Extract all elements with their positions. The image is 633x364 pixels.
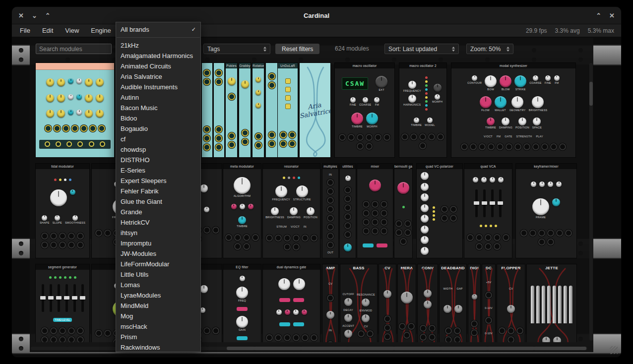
port-icon[interactable] xyxy=(429,334,436,341)
knob-icon[interactable] xyxy=(46,78,54,86)
port-icon[interactable] xyxy=(284,243,291,250)
knob-icon[interactable] xyxy=(514,75,526,87)
port-icon[interactable] xyxy=(41,242,48,248)
menu-edit[interactable]: Edit xyxy=(40,26,55,35)
knob-icon[interactable] xyxy=(96,110,104,118)
module-tile[interactable]: quad VC-polarizer xyxy=(417,164,462,258)
port-icon[interactable] xyxy=(428,133,435,140)
knob-icon[interactable] xyxy=(57,94,65,102)
module-tile[interactable]: Aria Salvatrice xyxy=(300,63,330,157)
port-icon[interactable] xyxy=(507,336,514,342)
fader-icon[interactable] xyxy=(491,189,494,217)
module-tile[interactable]: DEADBANDWIDTHGAP xyxy=(440,264,466,342)
knob-icon[interactable] xyxy=(57,110,65,118)
knob-icon[interactable] xyxy=(511,96,523,108)
brand-menu-item[interactable]: JW-Modules xyxy=(116,248,200,259)
knob-icon[interactable] xyxy=(68,94,73,100)
port-icon[interactable] xyxy=(408,323,415,330)
knob-icon[interactable] xyxy=(554,75,560,81)
knob-icon[interactable] xyxy=(350,97,356,103)
port-icon[interactable] xyxy=(404,220,411,227)
brand-menu-item[interactable]: Lomas xyxy=(116,280,200,290)
port-icon[interactable] xyxy=(215,78,222,85)
fader-icon[interactable] xyxy=(42,284,44,312)
port-icon[interactable] xyxy=(80,125,87,132)
brand-menu-item[interactable]: Amalgamated Harmonics xyxy=(116,51,200,61)
port-icon[interactable] xyxy=(461,143,468,150)
port-icon[interactable] xyxy=(541,143,548,150)
module-tile[interactable] xyxy=(202,63,212,157)
menu-engine[interactable]: Engine xyxy=(89,26,113,35)
port-icon[interactable] xyxy=(68,327,75,334)
menu-file[interactable]: File xyxy=(18,26,32,35)
port-icon[interactable] xyxy=(344,213,351,220)
fader-icon[interactable] xyxy=(81,284,84,312)
module-tile[interactable]: CV xyxy=(379,264,396,342)
port-icon[interactable] xyxy=(419,142,426,149)
port-icon[interactable] xyxy=(485,243,492,250)
port-icon[interactable] xyxy=(550,143,557,150)
knob-icon[interactable] xyxy=(241,80,249,88)
port-icon[interactable] xyxy=(311,334,317,341)
knob-icon[interactable] xyxy=(443,305,451,313)
port-icon[interactable] xyxy=(203,69,210,76)
brand-menu-item[interactable]: Audible Instruments xyxy=(116,82,200,92)
sort-select[interactable]: Sort: Last updated xyxy=(384,44,459,54)
knob-icon[interactable] xyxy=(351,113,363,124)
port-icon[interactable] xyxy=(252,234,259,241)
port-icon[interactable] xyxy=(66,141,72,147)
module-tile[interactable]: DIGI xyxy=(468,264,480,342)
knob-icon[interactable] xyxy=(290,207,298,215)
module-tile[interactable] xyxy=(266,63,277,157)
knob-icon[interactable] xyxy=(55,215,60,221)
port-icon[interactable] xyxy=(420,334,427,341)
knob-icon[interactable] xyxy=(552,198,560,206)
port-icon[interactable] xyxy=(327,215,334,222)
knob-icon[interactable] xyxy=(531,182,536,187)
port-icon[interactable] xyxy=(203,227,210,234)
port-icon[interactable] xyxy=(255,142,262,149)
port-icon[interactable] xyxy=(532,143,539,150)
port-icon[interactable] xyxy=(50,233,57,240)
port-icon[interactable] xyxy=(395,220,402,227)
module-tile[interactable]: Rotatoes xyxy=(253,63,264,157)
knob-icon[interactable] xyxy=(533,75,538,81)
port-icon[interactable] xyxy=(538,239,545,245)
module-tile[interactable]: EQ filterFREQGAIN xyxy=(223,264,261,342)
knob-icon[interactable] xyxy=(248,204,253,209)
port-icon[interactable] xyxy=(327,341,334,342)
port-icon[interactable] xyxy=(559,143,566,150)
knob-icon[interactable] xyxy=(362,299,370,306)
square-button-icon[interactable] xyxy=(285,87,291,92)
port-icon[interactable] xyxy=(203,144,210,151)
port-icon[interactable] xyxy=(344,195,351,202)
knob-icon[interactable] xyxy=(376,76,387,88)
port-icon[interactable] xyxy=(348,134,355,141)
port-icon[interactable] xyxy=(89,141,94,147)
port-icon[interactable] xyxy=(420,325,427,332)
brand-menu-item[interactable]: Impromptu xyxy=(116,238,200,248)
knob-icon[interactable] xyxy=(76,78,82,84)
port-icon[interactable] xyxy=(547,239,554,245)
module-tile[interactable]: CONV xyxy=(418,264,438,342)
module-tile[interactable]: JETTE xyxy=(527,264,576,342)
knob-icon[interactable] xyxy=(238,216,246,224)
port-icon[interactable] xyxy=(225,234,232,241)
brand-menu-item[interactable]: Prism xyxy=(116,332,200,342)
knob-icon[interactable] xyxy=(502,118,509,125)
knob-icon[interactable] xyxy=(85,110,93,118)
port-icon[interactable] xyxy=(68,336,75,342)
port-icon[interactable] xyxy=(380,228,387,235)
knob-icon[interactable] xyxy=(421,204,429,212)
fader-icon[interactable] xyxy=(483,189,486,217)
brand-menu-item[interactable]: mscHack xyxy=(116,321,200,332)
port-icon[interactable] xyxy=(366,134,373,141)
knob-icon[interactable] xyxy=(490,177,495,182)
knob-icon[interactable] xyxy=(421,172,429,180)
port-icon[interactable] xyxy=(50,242,57,248)
module-tile[interactable]: MERA xyxy=(398,264,416,342)
knob-icon[interactable] xyxy=(473,177,478,182)
port-icon[interactable] xyxy=(384,324,391,331)
brand-menu-item[interactable]: MindMeld xyxy=(116,301,200,311)
knob-icon[interactable] xyxy=(293,309,299,315)
